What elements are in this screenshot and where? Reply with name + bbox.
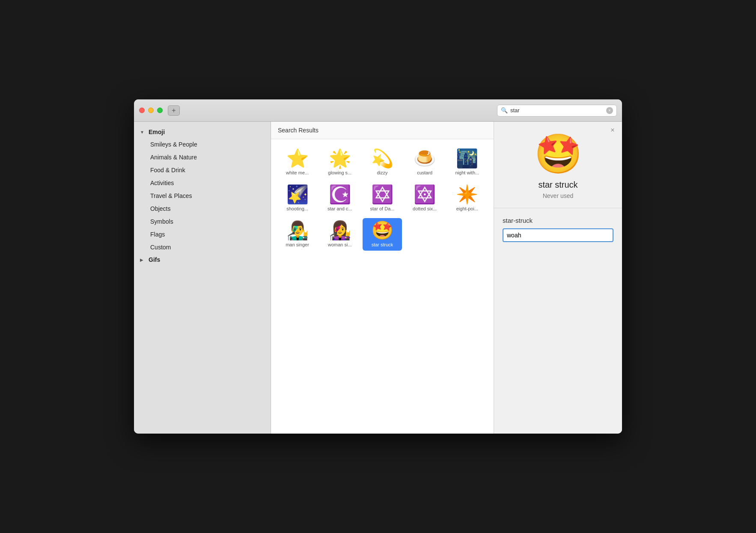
emoji-item-man-singer[interactable]: 👨‍🎤man singer [278,218,317,251]
emoji-item-eight-pointed-star[interactable]: ✴️eight-poi... [448,182,487,215]
sidebar-item-travel[interactable]: Travel & Places [134,189,271,202]
close-button[interactable] [139,108,145,113]
emoji-glyph: 🔯 [414,186,436,204]
sidebar-section-emoji[interactable]: ▼ Emoji [134,126,271,138]
emoji-item-woman-singer[interactable]: 👩‍🎤woman si... [320,218,359,251]
emoji-glyph: ⭐ [286,150,309,168]
emoji-preview-glyph: 🤩 [534,135,582,173]
emoji-item-star-and-crescent[interactable]: ☪️star and c... [320,182,359,215]
emoji-item-dotted-six-pointed-star[interactable]: 🔯dotted six... [405,182,444,215]
sidebar: ▼ Emoji Smileys & People Animals & Natur… [134,122,271,434]
emoji-item-star-struck[interactable]: 🤩star struck [363,218,402,251]
emoji-label: star and c... [327,206,352,211]
emoji-glyph: 💫 [371,150,393,168]
emoji-label: glowing s... [328,170,351,175]
emoji-glyph: 🤩 [371,222,393,240]
minimize-button[interactable] [148,108,154,113]
emoji-label: eight-poi... [456,206,478,211]
titlebar: + 🔍 × [134,99,622,122]
sidebar-item-flags[interactable]: Flags [134,228,271,241]
sidebar-item-objects[interactable]: Objects [134,202,271,215]
emoji-label: night with... [455,170,479,175]
emoji-detail-input[interactable] [503,228,613,242]
traffic-lights [139,108,163,113]
emoji-section-arrow: ▼ [140,130,145,135]
emoji-detail-section: star-struck [494,208,622,251]
search-input[interactable] [510,107,604,114]
search-results-header: Search Results [271,122,494,139]
sidebar-item-animals[interactable]: Animals & Nature [134,151,271,164]
sidebar-section-gifs[interactable]: ▶ Gifs [134,254,271,266]
emoji-item-white-medium-star[interactable]: ⭐white me... [278,146,317,179]
gifs-section-arrow: ▶ [140,258,145,262]
sidebar-item-activities[interactable]: Activities [134,177,271,189]
emoji-label: man singer [286,242,309,247]
maximize-button[interactable] [157,108,163,113]
search-icon: 🔍 [501,107,508,114]
emoji-item-shooting-star[interactable]: 🌠shooting... [278,182,317,215]
emoji-glyph: 🌟 [329,150,351,168]
emoji-glyph: 🌠 [286,186,309,204]
sidebar-item-custom[interactable]: Custom [134,241,271,254]
search-bar: 🔍 × [497,105,617,117]
sidebar-item-symbols[interactable]: Symbols [134,215,271,228]
emoji-preview-meta: Never used [543,192,574,199]
emoji-glyph: 🍮 [414,150,436,168]
emoji-grid: ⭐white me...🌟glowing s...💫dizzy🍮custard🌃… [271,139,494,434]
emoji-glyph: 🌃 [456,150,478,168]
emoji-label: star struck [372,242,393,247]
emoji-label: shooting... [286,206,308,211]
emoji-preview: 🤩 star struck Never used [494,122,622,208]
emoji-item-night-with-stars[interactable]: 🌃night with... [448,146,487,179]
new-tab-button[interactable]: + [168,105,180,116]
emoji-glyph: ✴️ [456,186,478,204]
emoji-label: white me... [286,170,309,175]
emoji-item-glowing-star[interactable]: 🌟glowing s... [320,146,359,179]
main-area: Search Results ⭐white me...🌟glowing s...… [271,122,494,434]
content-area: ▼ Emoji Smileys & People Animals & Natur… [134,122,622,434]
right-panel: × 🤩 star struck Never used star-struck [494,122,622,434]
emoji-item-star-of-david[interactable]: ✡️star of Da... [363,182,402,215]
emoji-label: dotted six... [413,206,437,211]
emoji-glyph: ✡️ [371,186,393,204]
sidebar-item-food[interactable]: Food & Drink [134,164,271,177]
gifs-section-label: Gifs [149,256,160,263]
emoji-item-dizzy[interactable]: 💫dizzy [363,146,402,179]
app-window: + 🔍 × ▼ Emoji Smileys & People Animals &… [134,99,622,434]
emoji-glyph: 👨‍🎤 [286,222,309,240]
emoji-glyph: 👩‍🎤 [329,222,351,240]
right-panel-close-button[interactable]: × [608,126,617,135]
emoji-label: woman si... [328,242,352,247]
sidebar-item-smileys[interactable]: Smileys & People [134,138,271,151]
emoji-label: custard [417,170,432,175]
emoji-preview-name: star struck [538,180,577,190]
emoji-detail-code: star-struck [503,217,613,224]
emoji-glyph: ☪️ [329,186,351,204]
emoji-section-label: Emoji [149,129,165,135]
emoji-label: dizzy [377,170,387,175]
emoji-label: star of Da... [370,206,395,211]
search-clear-button[interactable]: × [606,107,613,114]
emoji-item-custard[interactable]: 🍮custard [405,146,444,179]
